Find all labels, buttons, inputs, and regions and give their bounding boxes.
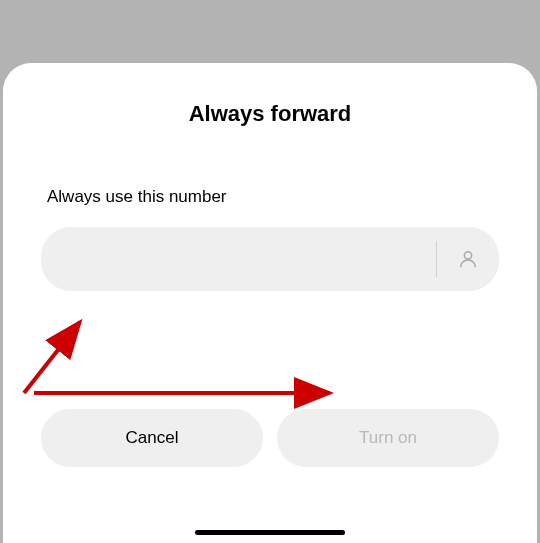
cancel-button[interactable]: Cancel <box>41 409 263 467</box>
home-indicator[interactable] <box>195 530 345 535</box>
dialog-title: Always forward <box>3 101 537 127</box>
field-label: Always use this number <box>47 187 537 207</box>
person-icon <box>457 248 479 270</box>
dialog-button-row: Cancel Turn on <box>41 409 499 467</box>
svg-point-0 <box>464 252 471 259</box>
number-input-row <box>41 227 499 291</box>
dialog-modal: Always forward Always use this number Ca… <box>3 63 537 543</box>
number-input[interactable] <box>41 227 436 291</box>
turn-on-button[interactable]: Turn on <box>277 409 499 467</box>
pick-contact-button[interactable] <box>437 227 499 291</box>
